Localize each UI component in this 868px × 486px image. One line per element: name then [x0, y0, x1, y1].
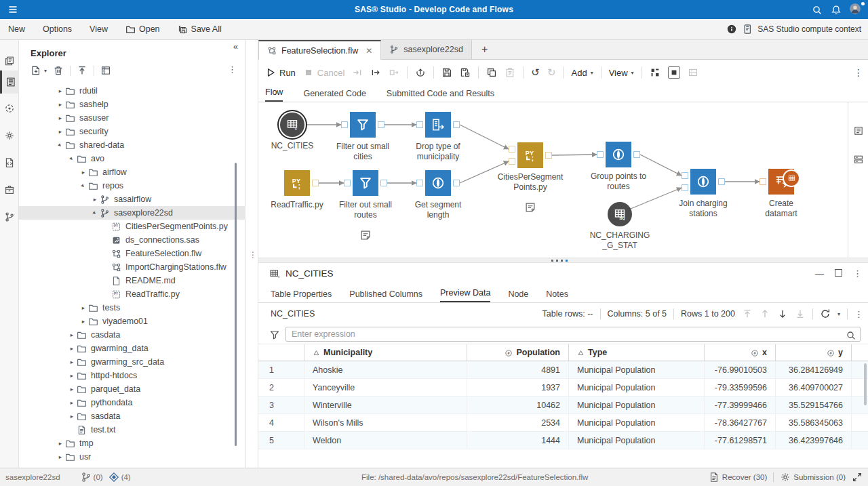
rail-open-files-icon[interactable]	[0, 49, 19, 73]
refresh-button[interactable]	[820, 308, 831, 319]
flow-node-create-datamart[interactable]	[768, 169, 794, 195]
paste-button[interactable]	[505, 67, 515, 78]
expand-icon[interactable]: ▸	[56, 115, 64, 121]
tree-scrollbar[interactable]	[235, 163, 237, 446]
list-view-button[interactable]	[688, 67, 698, 78]
next-rows-button[interactable]	[777, 308, 788, 319]
panel-tab-table-properties[interactable]: Table Properties	[271, 289, 332, 302]
info-icon[interactable]	[726, 24, 737, 35]
go-to-last-rows-button[interactable]	[795, 308, 806, 319]
recover-button[interactable]: Recover (30)	[709, 472, 767, 483]
subtab-generated-code[interactable]: Generated Code	[303, 89, 366, 102]
rail-settings-icon[interactable]	[0, 124, 19, 147]
flow-canvas[interactable]: sNC_CITIESFilter out small citiesDrop ty…	[258, 102, 868, 258]
rail-explorer-icon[interactable]	[0, 70, 19, 94]
subtab-submitted-code-and-results[interactable]: Submitted Code and Results	[387, 89, 494, 102]
refresh-caret-icon[interactable]: ▾	[837, 311, 840, 317]
explorer-more-options-icon[interactable]: ⋮	[228, 64, 237, 75]
tree-item-airflow[interactable]: ▸airflow	[19, 165, 245, 179]
output-port[interactable]	[453, 121, 460, 128]
expand-icon[interactable]: ▸	[56, 128, 64, 135]
input-port[interactable]	[682, 184, 688, 191]
save-button[interactable]	[441, 67, 452, 78]
expand-icon[interactable]: ▸	[91, 196, 99, 203]
node-note-icon[interactable]	[524, 201, 536, 214]
copy-button[interactable]	[486, 67, 497, 78]
tree-item-shared-data[interactable]: ▸shared-data	[19, 138, 245, 152]
project-name-label[interactable]: sasexplore22sd	[5, 473, 60, 481]
flow-node-filter-out-small-cities[interactable]	[350, 112, 376, 138]
run-to-step-button[interactable]	[352, 67, 363, 78]
tree-item-featureselection-flw[interactable]: FeatureSelection.flw	[19, 247, 245, 260]
rail-git-icon[interactable]	[0, 205, 19, 228]
submit-button[interactable]	[415, 67, 426, 78]
expand-icon[interactable]: ▸	[56, 87, 64, 94]
minimize-panel-icon[interactable]: —	[815, 268, 824, 279]
column-header-type[interactable]: Type	[569, 344, 705, 361]
tree-item-readtraffic-py[interactable]: PY;ReadTraffic.py	[19, 287, 245, 301]
new-item-button[interactable]	[31, 65, 41, 76]
grid-scrollbar[interactable]	[864, 363, 867, 405]
upload-button[interactable]	[77, 65, 87, 76]
rail-steps-icon[interactable]	[0, 97, 19, 120]
flow-node-filter-out-small-routes[interactable]	[353, 170, 378, 196]
run-selected-button[interactable]	[389, 67, 399, 78]
tree-item-sasairflow[interactable]: ▸sasairflow	[19, 193, 245, 206]
collapse-panel-icon[interactable]: «	[233, 41, 238, 52]
input-port[interactable]	[682, 172, 688, 179]
expand-icon[interactable]: ▸	[56, 440, 64, 447]
flow-node-read-traffic[interactable]: PY;	[284, 170, 310, 196]
table-row[interactable]: 5Weldon1444Municipal Population-77.61298…	[258, 432, 868, 449]
flow-node-nc-cities[interactable]: s	[280, 113, 304, 137]
properties-view-button[interactable]	[100, 65, 111, 76]
table-more-options-icon[interactable]: ⋮	[854, 309, 863, 319]
previous-rows-button[interactable]	[760, 308, 770, 319]
output-port[interactable]	[380, 180, 387, 186]
rail-libraries-icon[interactable]	[0, 178, 19, 201]
close-tab-icon[interactable]: ✕	[366, 46, 372, 56]
input-port[interactable]	[416, 180, 423, 186]
maximize-panel-icon[interactable]	[835, 268, 842, 279]
tree-item-viyademo01[interactable]: ▸viyademo01	[19, 315, 245, 328]
table-row[interactable]: 1Ahoskie4891Municipal Population-76.9901…	[258, 361, 868, 379]
view-menu-button[interactable]: View▾	[609, 68, 634, 78]
tree-item-ds-connections-sas[interactable]: ds_connections.sas	[19, 233, 245, 247]
properties-panel-icon[interactable]	[853, 124, 864, 136]
tree-item-parquet-data[interactable]: ▸parquet_data	[19, 382, 245, 396]
tree-item-gwarming-data[interactable]: ▸gwarming_data	[19, 342, 245, 355]
panel-more-options-icon[interactable]: ⋮	[853, 268, 862, 279]
expand-icon[interactable]: ▸	[79, 318, 87, 325]
expand-icon[interactable]: ▸	[68, 399, 76, 406]
tree-item-security[interactable]: ▸security	[19, 125, 245, 138]
tree-item-casdata[interactable]: ▸casdata	[19, 328, 245, 342]
go-to-first-rows-button[interactable]	[742, 308, 753, 319]
tree-item-tests[interactable]: ▸tests	[19, 301, 245, 315]
panel-tab-node[interactable]: Node	[508, 289, 528, 302]
tree-item-sashelp[interactable]: ▸sashelp	[19, 98, 245, 111]
table-row[interactable]: 4Wilson's Mills2534Municipal Population-…	[258, 414, 868, 432]
run-from-step-button[interactable]	[370, 67, 381, 78]
menu-item-save-all[interactable]: Save All	[178, 24, 222, 35]
delete-button[interactable]	[53, 65, 64, 76]
column-header-population[interactable]: #Population	[467, 344, 569, 361]
output-port[interactable]	[453, 180, 460, 186]
panel-tab-preview-data[interactable]: Preview Data	[440, 288, 490, 302]
input-port[interactable]	[344, 180, 351, 186]
submission-button[interactable]: Submission (0)	[780, 472, 846, 483]
notifications-bell-icon[interactable]	[831, 3, 842, 16]
user-avatar[interactable]	[850, 3, 864, 17]
expand-icon[interactable]: ▸	[56, 453, 64, 460]
expand-icon[interactable]: ▸	[68, 386, 76, 392]
expand-icon[interactable]: ▸	[79, 169, 87, 176]
search-icon[interactable]	[812, 3, 823, 16]
input-port[interactable]	[760, 178, 766, 185]
filter-expression-input[interactable]	[285, 327, 861, 342]
expand-statusbar-icon[interactable]	[852, 472, 863, 483]
output-port[interactable]	[378, 121, 384, 128]
flow-node-nc-charging-g-stat[interactable]: BQ	[608, 202, 632, 226]
node-note-icon[interactable]	[359, 228, 372, 241]
doc-tab-sasexplore22sd[interactable]: sasexplore22sd	[381, 40, 472, 59]
compute-context-icon[interactable]	[742, 24, 753, 35]
flow-node-drop-type-of-municipality[interactable]	[425, 112, 451, 138]
cancel-button[interactable]: Cancel	[303, 67, 344, 78]
